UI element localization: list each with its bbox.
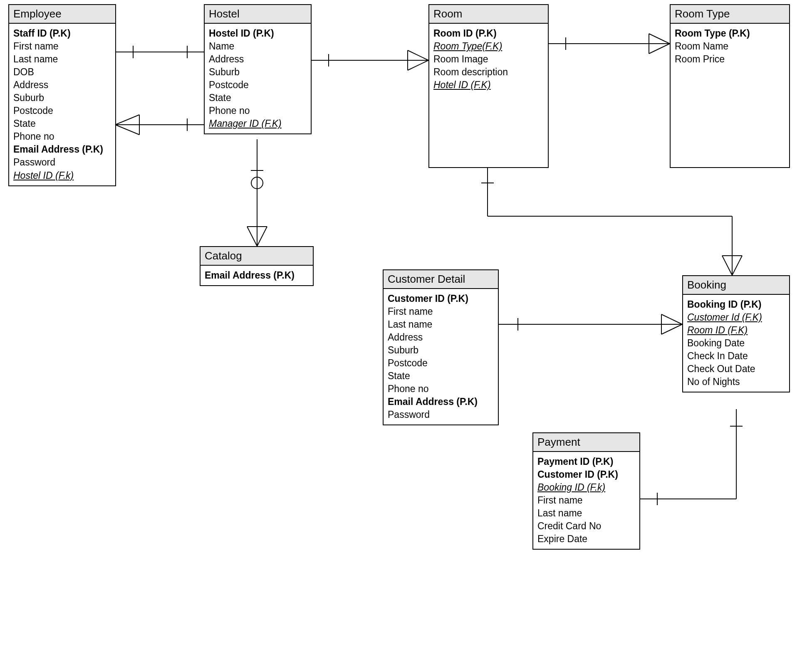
attribute: Hostel ID (F.k) [13,169,111,182]
entity-roomtype: Room Type Room Type (P.K)Room NameRoom P… [670,4,790,168]
attribute: Phone no [209,104,307,117]
attribute: Last name [13,53,111,66]
attribute: Room ID (F.K) [687,324,785,337]
attribute: Room Type (P.K) [675,27,785,40]
svg-line-10 [408,50,428,60]
attribute: Address [388,331,494,344]
attribute: First name [13,40,111,53]
entity-catalog: Catalog Email Address (P.K) [200,246,314,286]
attribute: Room Price [675,53,785,66]
attribute: Room description [433,66,544,79]
svg-line-5 [115,125,139,135]
attribute: Postcode [209,79,307,91]
attribute: Booking ID (F.k) [537,481,635,494]
entity-employee-title: Employee [9,5,115,24]
attribute: Room Name [675,40,785,53]
svg-line-28 [722,256,732,275]
attribute: Payment ID (P.K) [537,455,635,468]
svg-line-15 [649,34,670,44]
attribute: Hostel ID (P.K) [209,27,307,40]
entity-room-title: Room [429,5,548,24]
entity-booking-title: Booking [683,276,789,295]
entity-payment-body: Payment ID (P.K)Customer ID (P.K)Booking… [533,452,639,549]
attribute: Check In Date [687,350,785,363]
entity-employee: Employee Staff ID (P.K)First nameLast na… [8,4,116,186]
attribute: Email Address (P.K) [205,269,309,282]
attribute: Password [388,408,494,421]
attribute: Suburb [209,66,307,79]
attribute: Password [13,156,111,169]
attribute: Customer Id (F.K) [687,311,785,324]
entity-booking: Booking Booking ID (P.K)Customer Id (F.K… [682,275,790,392]
attribute: Suburb [13,91,111,104]
svg-line-4 [115,115,139,125]
entity-hostel-title: Hostel [205,5,311,24]
attribute: Room Image [433,53,544,66]
attribute: Phone no [13,130,111,143]
attribute: Phone no [388,383,494,395]
entity-roomtype-title: Room Type [671,5,789,24]
svg-line-22 [257,227,267,246]
entity-payment: Payment Payment ID (P.K)Customer ID (P.K… [532,432,640,550]
attribute: DOB [13,66,111,79]
attribute: Customer ID (P.K) [537,468,635,481]
erd-canvas: Employee Staff ID (P.K)First nameLast na… [0,0,812,654]
attribute: Address [13,79,111,91]
attribute: State [13,117,111,130]
attribute: State [388,370,494,383]
attribute: Email Address (P.K) [13,143,111,156]
attribute: Suburb [388,344,494,357]
entity-roomtype-body: Room Type (P.K)Room NameRoom Price [671,24,789,69]
attribute: Staff ID (P.K) [13,27,111,40]
entity-catalog-body: Email Address (P.K) [201,266,313,285]
entity-payment-title: Payment [533,433,639,452]
svg-line-16 [649,44,670,54]
attribute: Manager ID (F.K) [209,117,307,130]
entity-employee-body: Staff ID (P.K)First nameLast nameDOBAddr… [9,24,115,185]
svg-line-34 [661,324,682,334]
svg-line-33 [661,314,682,324]
attribute: Expire Date [537,533,635,545]
entity-room-body: Room ID (P.K)Room Type(F.K)Room ImageRoo… [429,24,548,95]
attribute: Last name [537,507,635,520]
attribute: Name [209,40,307,53]
attribute: Last name [388,318,494,331]
svg-line-11 [408,60,428,70]
attribute: First name [537,494,635,507]
entity-customer: Customer Detail Customer ID (P.K)First n… [383,269,499,425]
attribute: Address [209,53,307,66]
attribute: Booking Date [687,337,785,350]
attribute: Hotel ID (F.K) [433,79,544,91]
attribute: Postcode [388,357,494,370]
entity-customer-body: Customer ID (P.K)First nameLast nameAddr… [384,289,498,424]
attribute: Booking ID (P.K) [687,298,785,311]
svg-point-19 [251,177,263,189]
entity-customer-title: Customer Detail [384,270,498,289]
attribute: No of Nights [687,375,785,388]
svg-line-29 [732,256,742,275]
entity-hostel-body: Hostel ID (P.K)NameAddressSuburbPostcode… [205,24,311,133]
attribute: Credit Card No [537,520,635,533]
attribute: Room Type(F.K) [433,40,544,53]
attribute: First name [388,305,494,318]
attribute: Email Address (P.K) [388,395,494,408]
attribute: Postcode [13,104,111,117]
entity-hostel: Hostel Hostel ID (P.K)NameAddressSuburbP… [204,4,312,134]
attribute: State [209,91,307,104]
attribute: Customer ID (P.K) [388,292,494,305]
entity-booking-body: Booking ID (P.K)Customer Id (F.K)Room ID… [683,295,789,392]
attribute: Room ID (P.K) [433,27,544,40]
entity-room: Room Room ID (P.K)Room Type(F.K)Room Ima… [428,4,549,168]
entity-catalog-title: Catalog [201,247,313,266]
attribute: Check Out Date [687,363,785,375]
svg-line-21 [247,227,257,246]
